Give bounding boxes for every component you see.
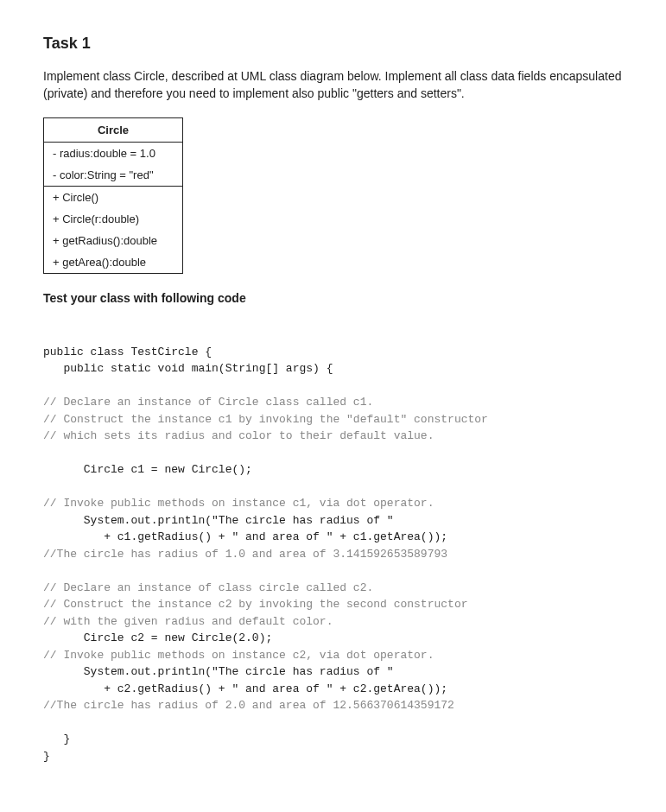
code-comment: // Invoke public methods on instance c1,… bbox=[43, 497, 434, 510]
uml-methods-section: + Circle() + Circle(r:double) + getRadiu… bbox=[44, 187, 182, 273]
code-line: System.out.println("The circle has radiu… bbox=[43, 665, 394, 678]
uml-fields-section: - radius:double = 1.0 - color:String = "… bbox=[44, 143, 182, 187]
code-comment: // which sets its radius and color to th… bbox=[43, 429, 434, 442]
code-comment: // Construct the instance c1 by invoking… bbox=[43, 413, 488, 426]
code-line: } bbox=[43, 733, 70, 745]
uml-method: + getArea():double bbox=[44, 251, 182, 273]
code-line: + c2.getRadius() + " and area of " + c2.… bbox=[43, 682, 447, 695]
code-comment: //The circle has radius of 1.0 and area … bbox=[43, 548, 447, 561]
code-comment: // Construct the instance c2 by invoking… bbox=[43, 598, 467, 611]
uml-method: + Circle() bbox=[44, 187, 182, 208]
code-line: Circle c1 = new Circle(); bbox=[43, 463, 252, 476]
code-line: + c1.getRadius() + " and area of " + c1.… bbox=[43, 530, 447, 543]
code-block: public class TestCircle { public static … bbox=[43, 327, 623, 764]
code-comment: // with the given radius and default col… bbox=[43, 615, 333, 628]
code-line: System.out.println("The circle has radiu… bbox=[43, 514, 394, 527]
code-comment: // Declare an instance of Circle class c… bbox=[43, 396, 373, 409]
uml-field: - radius:double = 1.0 bbox=[44, 143, 182, 164]
uml-class-name: Circle bbox=[44, 118, 182, 143]
code-comment: //The circle has radius of 2.0 and area … bbox=[43, 699, 454, 712]
test-heading: Test your class with following code bbox=[43, 291, 623, 305]
code-line: } bbox=[43, 750, 50, 763]
uml-field: - color:String = "red" bbox=[44, 164, 182, 186]
uml-diagram: Circle - radius:double = 1.0 - color:Str… bbox=[43, 117, 183, 274]
code-line: public static void main(String[] args) { bbox=[43, 362, 333, 375]
code-comment: // Invoke public methods on instance c2,… bbox=[43, 649, 434, 662]
uml-method: + getRadius():double bbox=[44, 230, 182, 251]
code-line: public class TestCircle { bbox=[43, 346, 212, 358]
code-comment: // Declare an instance of class circle c… bbox=[43, 581, 373, 594]
task-title: Task 1 bbox=[43, 35, 623, 53]
task-description: Implement class Circle, described at UML… bbox=[43, 68, 623, 102]
uml-method: + Circle(r:double) bbox=[44, 208, 182, 230]
code-line: Circle c2 = new Circle(2.0); bbox=[43, 631, 272, 644]
